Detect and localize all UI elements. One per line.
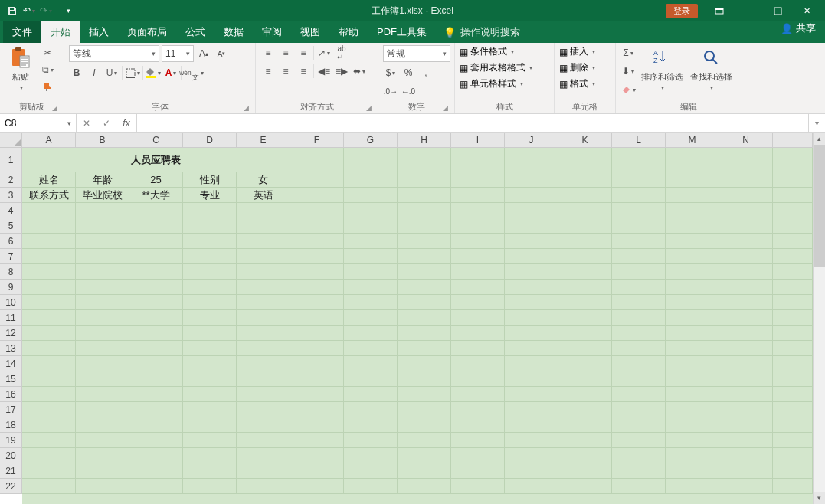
cell-B3[interactable]: 毕业院校 xyxy=(76,188,129,203)
cell-K5[interactable] xyxy=(558,218,612,234)
cell-filler[interactable] xyxy=(773,341,813,356)
tab-insert[interactable]: 插入 xyxy=(80,21,118,43)
cell-N5[interactable] xyxy=(719,218,773,234)
cell-C14[interactable] xyxy=(129,356,183,371)
cell-N22[interactable] xyxy=(719,479,773,494)
cell-H19[interactable] xyxy=(398,433,451,448)
cell-J19[interactable] xyxy=(505,433,558,448)
tab-file[interactable]: 文件 xyxy=(3,21,41,43)
cell-I18[interactable] xyxy=(451,417,505,433)
accounting-icon[interactable]: $▾ xyxy=(383,65,398,80)
cell-K18[interactable] xyxy=(558,417,612,433)
cell-N8[interactable] xyxy=(719,264,773,280)
cell-H11[interactable] xyxy=(398,310,451,326)
enter-icon[interactable]: ✓ xyxy=(97,118,116,129)
cell-filler[interactable] xyxy=(773,172,813,188)
format-painter-icon[interactable] xyxy=(40,79,55,94)
cell-N2[interactable] xyxy=(719,172,773,188)
cell-D21[interactable] xyxy=(183,463,237,479)
cell-K10[interactable] xyxy=(558,295,612,310)
tab-data[interactable]: 数据 xyxy=(214,21,253,43)
cell-I21[interactable] xyxy=(451,463,505,479)
cell-F2[interactable] xyxy=(290,172,344,188)
italic-button[interactable]: I xyxy=(87,65,102,80)
cell-J11[interactable] xyxy=(505,310,558,326)
cell-I12[interactable] xyxy=(451,326,505,341)
cell-filler[interactable] xyxy=(773,218,813,234)
cell-G16[interactable] xyxy=(344,387,398,402)
cell-B12[interactable] xyxy=(76,326,129,341)
cell-filler[interactable] xyxy=(773,148,813,172)
cell-J8[interactable] xyxy=(505,264,558,280)
cell-M6[interactable] xyxy=(666,234,719,249)
cell-C22[interactable] xyxy=(129,479,183,494)
cell-F10[interactable] xyxy=(290,295,344,310)
cell-G4[interactable] xyxy=(344,203,398,218)
cell-M11[interactable] xyxy=(666,310,719,326)
row-header-22[interactable]: 22 xyxy=(0,479,22,494)
cell-D7[interactable] xyxy=(183,249,237,264)
cell-D11[interactable] xyxy=(183,310,237,326)
cell-G1[interactable] xyxy=(344,148,398,172)
cell-D20[interactable] xyxy=(183,448,237,463)
cell-filler[interactable] xyxy=(773,326,813,341)
cell-K1[interactable] xyxy=(558,148,612,172)
delete-cells-button[interactable]: ▦删除▾ xyxy=(559,61,595,74)
cell-M10[interactable] xyxy=(666,295,719,310)
cell-A5[interactable] xyxy=(22,218,76,234)
undo-icon[interactable]: ↶▾ xyxy=(23,5,35,17)
col-header-E[interactable]: E xyxy=(237,133,290,148)
cell-F18[interactable] xyxy=(290,417,344,433)
cell-L19[interactable] xyxy=(612,433,666,448)
merge-icon[interactable]: ⬌▾ xyxy=(352,64,367,79)
col-header-H[interactable]: H xyxy=(398,133,451,148)
cell-M1[interactable] xyxy=(666,148,719,172)
insert-cells-button[interactable]: ▦插入▾ xyxy=(559,45,595,58)
cell-E13[interactable] xyxy=(237,341,290,356)
cell-H12[interactable] xyxy=(398,326,451,341)
row-header-17[interactable]: 17 xyxy=(0,402,22,417)
cell-B22[interactable] xyxy=(76,479,129,494)
cell-J14[interactable] xyxy=(505,356,558,371)
cell-M5[interactable] xyxy=(666,218,719,234)
cell-K2[interactable] xyxy=(558,172,612,188)
cell-A18[interactable] xyxy=(22,417,76,433)
cell-F14[interactable] xyxy=(290,356,344,371)
cell-E19[interactable] xyxy=(237,433,290,448)
cell-H5[interactable] xyxy=(398,218,451,234)
cell-B16[interactable] xyxy=(76,387,129,402)
cell-D3[interactable]: 专业 xyxy=(183,188,237,203)
cell-N13[interactable] xyxy=(719,341,773,356)
login-button[interactable]: 登录 xyxy=(666,4,698,18)
cell-F11[interactable] xyxy=(290,310,344,326)
cell-A9[interactable] xyxy=(22,280,76,295)
cell-L5[interactable] xyxy=(612,218,666,234)
cell-N14[interactable] xyxy=(719,356,773,371)
cell-L7[interactable] xyxy=(612,249,666,264)
cell-D6[interactable] xyxy=(183,234,237,249)
cell-M2[interactable] xyxy=(666,172,719,188)
cell-G6[interactable] xyxy=(344,234,398,249)
cell-K3[interactable] xyxy=(558,188,612,203)
row-header-4[interactable]: 4 xyxy=(0,203,22,218)
cell-M7[interactable] xyxy=(666,249,719,264)
cell-E9[interactable] xyxy=(237,280,290,295)
cell-M17[interactable] xyxy=(666,402,719,417)
align-left-icon[interactable]: ≡ xyxy=(260,64,276,79)
cell-G5[interactable] xyxy=(344,218,398,234)
cell-E22[interactable] xyxy=(237,479,290,494)
col-header-I[interactable]: I xyxy=(451,133,505,148)
cell-filler[interactable] xyxy=(773,264,813,280)
cell-G12[interactable] xyxy=(344,326,398,341)
cell-H18[interactable] xyxy=(398,417,451,433)
row-header-10[interactable]: 10 xyxy=(0,295,22,310)
cell-C13[interactable] xyxy=(129,341,183,356)
cell-F22[interactable] xyxy=(290,479,344,494)
cell-I14[interactable] xyxy=(451,356,505,371)
cell-filler[interactable] xyxy=(773,402,813,417)
cell-D13[interactable] xyxy=(183,341,237,356)
cell-F9[interactable] xyxy=(290,280,344,295)
row-header-8[interactable]: 8 xyxy=(0,264,22,280)
cell-G10[interactable] xyxy=(344,295,398,310)
cell-E12[interactable] xyxy=(237,326,290,341)
